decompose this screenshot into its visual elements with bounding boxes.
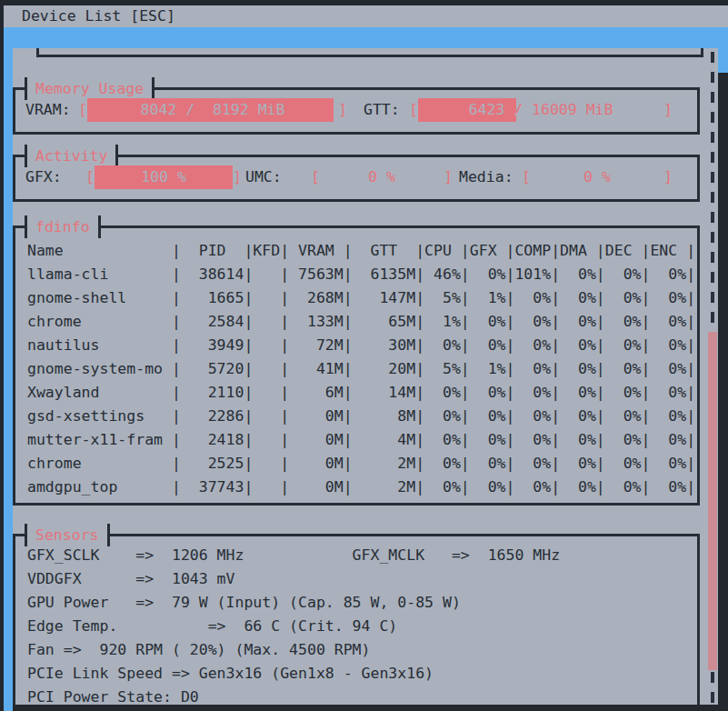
gauge-close-bracket: ]	[663, 165, 673, 189]
gauge-close-bracket: ]	[338, 98, 347, 122]
umc-label: UMC:	[245, 165, 282, 189]
vram-gauge-bar: 8042 / 8192 MiB 8042 / 8192 MiB	[87, 98, 338, 122]
gauge-close-bracket: ]	[444, 165, 453, 189]
table-row: gnome-shell | 1665| | 268M| 147M| 5%| 1%…	[27, 286, 695, 310]
table-row: llama-cli | 38614| | 7563M| 6135M| 46%| …	[27, 263, 695, 286]
gfx-gauge: [ 100 % 100 % ]	[85, 165, 242, 189]
right-highlight-patch	[718, 48, 728, 73]
gtt-label: GTT:	[364, 98, 400, 122]
table-header: Name | PID |KFD| VRAM | GTT |CPU |GFX |C…	[27, 239, 695, 263]
scrollbar-thumb[interactable]	[708, 332, 717, 670]
gauge-close-bracket: ]	[663, 98, 673, 122]
sensor-line: Fan => 920 RPM ( 20%) (Max. 4500 RPM)	[27, 638, 560, 662]
gfx-gauge-bar: 100 % 100 %	[95, 165, 233, 189]
fdinfo-table: Name | PID |KFD| VRAM | GTT |CPU |GFX |C…	[27, 239, 695, 499]
table-row: chrome | 2525| | 0M| 2M| 0%| 0%| 0%| 0%|…	[27, 452, 695, 476]
sensors-readout: GFX_SCLK => 1206 MHz GFX_MCLK => 1650 MH…	[27, 544, 560, 709]
gauge-open-bracket: [	[409, 98, 418, 122]
vram-gauge-fill: 8042 / 8192 MiB	[87, 98, 334, 122]
window-frame-bottom	[0, 705, 728, 711]
umc-gauge-text: 0 %	[320, 165, 444, 189]
gauge-open-bracket: [	[311, 165, 320, 189]
gauge-open-bracket: [	[85, 165, 95, 189]
amdgpu-top-window: Device List [ESC] Memory Usage VRAM: [ 8…	[0, 0, 728, 711]
gfx-label: GFX:	[25, 165, 62, 189]
umc-gauge-bar: 0 % 0 %	[320, 165, 444, 189]
table-row: gnome-system-mo | 5720| | 41M| 20M| 5%| …	[27, 357, 695, 381]
activity-panel: Activity GFX: [ 100 % 100 % ] UMC: [ 0 %…	[13, 155, 700, 202]
vram-label: VRAM:	[25, 98, 71, 122]
fdinfo-panel: fdinfo Name | PID |KFD| VRAM | GTT |CPU …	[13, 225, 700, 506]
gauge-close-bracket: ]	[233, 165, 242, 189]
umc-gauge: [ 0 % 0 % ]	[311, 165, 453, 189]
memory-usage-panel: Memory Usage VRAM: [ 8042 / 8192 MiB 804…	[13, 87, 700, 135]
gauge-open-bracket: [	[522, 165, 531, 189]
window-frame-right	[718, 73, 728, 711]
title-bar: Device List [ESC]	[4, 5, 728, 27]
sensor-line: GPU Power => 79 W (Input) (Cap. 85 W, 0-…	[27, 591, 560, 615]
gtt-gauge-bar: 6423 / 16009 MiB 6423 / 16009 MiB	[418, 98, 663, 122]
table-row: chrome | 2584| | 133M| 65M| 1%| 0%| 0%| …	[27, 310, 695, 334]
table-row: nautilus | 3949| | 72M| 30M| 0%| 0%| 0%|…	[27, 334, 695, 357]
sensor-line: VDDGFX => 1043 mV	[27, 567, 560, 591]
sensor-line: Edge Temp. => 66 C (Crit. 94 C)	[27, 615, 560, 638]
table-row: gsd-xsettings | 2286| | 0M| 8M| 0%| 0%| …	[27, 405, 695, 428]
media-gauge-text: 0 %	[531, 165, 663, 189]
gauge-open-bracket: [	[78, 98, 87, 122]
media-label: Media:	[459, 165, 514, 189]
memory-usage-panel-title: Memory Usage	[25, 77, 155, 100]
activity-panel-title: Activity	[25, 145, 118, 167]
gfx-gauge-fill: 100 %	[95, 165, 233, 189]
gtt-gauge-fill: 6423 / 16009 MiB	[418, 98, 516, 122]
table-row: Xwayland | 2110| | 6M| 14M| 0%| 0%| 0%| …	[27, 381, 695, 405]
vram-gauge: [ 8042 / 8192 MiB 8042 / 8192 MiB ]	[78, 98, 347, 122]
gtt-gauge: [ 6423 / 16009 MiB 6423 / 16009 MiB ]	[409, 98, 673, 122]
table-row: mutter-x11-fram | 2418| | 0M| 4M| 0%| 0%…	[27, 428, 695, 452]
sensors-panel: Sensors GFX_SCLK => 1206 MHz GFX_MCLK =>…	[13, 534, 700, 711]
media-gauge-bar: 0 % 0 %	[531, 165, 663, 189]
device-selection-bar[interactable]	[4, 27, 728, 48]
sensor-line: GFX_SCLK => 1206 MHz GFX_MCLK => 1650 MH…	[27, 544, 560, 567]
left-highlight-strip	[4, 48, 13, 711]
window-title: Device List [ESC]	[22, 7, 175, 25]
window-frame-top	[0, 0, 728, 5]
table-row: amdgpu_top | 37743| | 0M| 2M| 0%| 0%| 0%…	[27, 476, 695, 499]
sensor-line: PCIe Link Speed => Gen3x16 (Gen1x8 - Gen…	[27, 662, 560, 686]
fdinfo-panel-title: fdinfo	[25, 215, 101, 238]
media-gauge: [ 0 % 0 % ]	[522, 165, 673, 189]
